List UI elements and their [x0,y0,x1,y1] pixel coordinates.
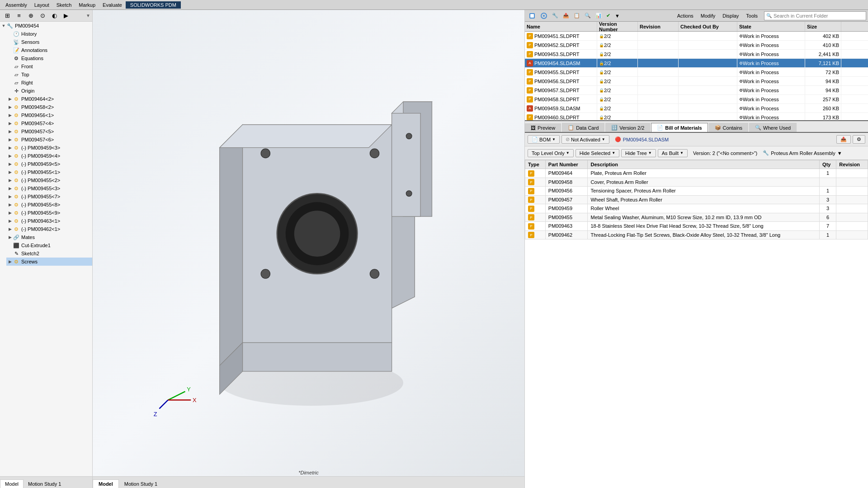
tree-tool-1[interactable]: ⊞ [2,10,13,21]
tree-tool-6[interactable]: ▶ [61,10,71,21]
pdm-icon-8[interactable]: ✔ [604,12,612,19]
tab-contains[interactable]: 📦 Contains [709,123,748,132]
not-activated-btn[interactable]: ⊘ Not Activated ▼ [561,135,609,144]
search-input[interactable] [774,13,864,19]
tree-cut-extrude[interactable]: ⬛ Cut-Extrude1 [6,241,92,249]
tree-tool-3[interactable]: ⊕ [25,10,36,21]
tree-pm455-7[interactable]: ▶ ⚙ (-) PM009455<7> [6,192,92,201]
bom-btn[interactable]: 📄 BOM ▼ [528,135,560,144]
pdm-icon-1[interactable] [527,12,538,20]
tree-origin[interactable]: ✛ Origin [6,87,92,95]
file-row[interactable]: PPM009460.SLDPRT 🔒 2/2 ⚙ Work in Process… [525,113,868,121]
tree-pm464-2[interactable]: ▶ ⚙ PM009464<2> [6,95,92,103]
view-tab-motion[interactable]: Motion Study 1 [119,480,163,488]
tree-top[interactable]: ▱ Top [6,70,92,79]
pdm-menu-modify[interactable]: Modify [698,13,718,19]
tree-pm456-1[interactable]: ▶ ⚙ PM009456<1> [6,111,92,119]
tree-pm455-3[interactable]: ▶ ⚙ (-) PM009455<3> [6,184,92,192]
tree-root[interactable]: ▼ 🔧 PM009454 [0,22,92,30]
bom-row[interactable]: P PM009463 18-8 Stainless Steel Hex Driv… [525,222,868,231]
top-level-btn[interactable]: Top Level Only ▼ [528,149,574,157]
pdm-icon-6[interactable]: 🔍 [583,12,593,19]
bom-cell-qty: 1 [820,187,836,196]
hide-tree-btn[interactable]: Hide Tree ▼ [621,149,656,157]
tree-sketch2[interactable]: ✎ Sketch2 [6,249,92,258]
tab-motion[interactable]: Motion Study 1 [24,480,66,488]
file-row[interactable]: PPM009451.SLDPRT 🔒 2/2 ⚙ Work in Process… [525,32,868,41]
tab-version[interactable]: 🔢 Version 2/2 [605,123,650,132]
menu-markup[interactable]: Markup [75,1,99,9]
tree-pm458-2[interactable]: ▶ ⚙ PM009458<2> [6,103,92,111]
tab-bom[interactable]: 📄 Bill of Materials [651,123,708,132]
file-row-selected[interactable]: APM009454.SLDASM 🔒 2/2 ⚙ Work in Process… [525,59,868,68]
file-row[interactable]: PPM009457.SLDPRT 🔒 2/2 ⚙ Work in Process… [525,86,868,95]
menu-solidworks-pdm[interactable]: SOLIDWORKS PDM [126,1,181,9]
tree-pm455-2[interactable]: ▶ ⚙ (-) PM009455<2> [6,176,92,184]
menu-sketch[interactable]: Sketch [53,1,75,9]
bom-row[interactable]: P PM009462 Thread-Locking Flat-Tip Set S… [525,230,868,239]
tree-mates[interactable]: ▶ 🔗 Mates [6,233,92,241]
as-built-btn[interactable]: As Built ▼ [658,149,688,157]
tree-history[interactable]: 🕐 History [6,30,92,38]
view-tab-model[interactable]: Model [93,479,119,488]
tree-screws[interactable]: ▶ ⚙ Screws [6,258,92,266]
menu-layout[interactable]: Layout [31,1,53,9]
tree-tool-2[interactable]: ≡ [14,10,24,21]
pdm-icon-3[interactable]: 🔧 [550,12,560,19]
tab-datacard[interactable]: 📋 Data Card [562,123,604,132]
tree-filter-icon[interactable]: ▼ [86,13,90,18]
file-row[interactable]: APM009459.SLDASM 🔒 2/2 ⚙ Work in Process… [525,104,868,113]
bom-row[interactable]: P PM009456 Tensioning Spacer, Proteus Ar… [525,187,868,196]
tree-pm459-3[interactable]: ▶ ⚙ (-) PM009459<3> [6,144,92,152]
tree-pm457-6[interactable]: ▶ ⚙ PM009457<6> [6,136,92,144]
tree-right[interactable]: ▱ Right [6,79,92,87]
bom-row[interactable]: P PM009459 Roller Wheel 3 [525,204,868,213]
tree-pm455-1[interactable]: ▶ ⚙ (-) PM009455<1> [6,168,92,176]
pdm-icon-7[interactable]: 📊 [594,12,604,19]
tree-pm457-4[interactable]: ▶ ⚙ PM009457<4> [6,119,92,127]
tree-pm463-1[interactable]: ▶ ⚙ (-) PM009463<1> [6,217,92,225]
tab-whereused[interactable]: 🔍 Where Used [749,123,797,132]
bom-row[interactable]: P PM009458 Cover, Proteus Arm Roller [525,178,868,187]
tree-tool-4[interactable]: ⊙ [37,10,48,21]
tree-tool-5[interactable]: ◐ [49,10,60,21]
tree-front[interactable]: ▱ Front [6,62,92,70]
bom-col-type: Type [525,160,546,169]
tree-pm455-8[interactable]: ▶ ⚙ (-) PM009455<8> [6,201,92,209]
tree-pm459-4[interactable]: ▶ ⚙ (-) PM009459<4> [6,152,92,160]
menu-assembly[interactable]: Assembly [2,1,31,9]
file-row[interactable]: PPM009452.SLDPRT 🔒 2/2 ⚙ Work in Process… [525,41,868,50]
bom-row[interactable]: P PM009457 Wheel Shaft, Proteus Arm Roll… [525,195,868,204]
hide-selected-btn[interactable]: Hide Selected ▼ [576,149,619,157]
bom-assembly-info: 🔧 Proteus Arm Roller Assembly ▼ [763,150,842,156]
file-row[interactable]: PPM009458.SLDPRT 🔒 2/2 ⚙ Work in Process… [525,95,868,104]
tree-annotations[interactable]: 📝 Annotations [6,46,92,54]
3d-view-area[interactable]: Y X Z *Dimetric Model Motion Study 1 [93,10,524,488]
tree-equations[interactable]: ⚙ Equations [6,54,92,62]
tree-pm459-5[interactable]: ▶ ⚙ (-) PM009459<5> [6,160,92,168]
menu-evaluate[interactable]: Evaluate [99,1,126,9]
bom-row[interactable]: P PM009464 Plate, Proteus Arm Roller 1 [525,169,868,178]
bom-export-btn[interactable]: 📤 [836,135,851,144]
root-expander[interactable]: ▼ [1,23,6,28]
tree-pm462-1[interactable]: ▶ ⚙ (-) PM009462<1> [6,225,92,233]
pdm-icon-9[interactable]: ▼ [613,13,622,19]
tree-pm457-5[interactable]: ▶ ⚙ PM009457<5> [6,127,92,136]
tree-sensors[interactable]: 📡 Sensors [6,38,92,46]
pdm-icon-2[interactable] [538,12,549,20]
tab-model[interactable]: Model [0,479,24,488]
search-box[interactable]: 🔍 [764,11,866,20]
bom-row[interactable]: P PM009455 Metal Sealing Washer, Aluminu… [525,213,868,222]
bom-settings-btn[interactable]: ⚙ [853,135,865,144]
tree-pm455-9[interactable]: ▶ ⚙ (-) PM009455<9> [6,209,92,217]
file-row[interactable]: PPM009456.SLDPRT 🔒 2/2 ⚙ Work in Process… [525,77,868,86]
pdm-menu-actions[interactable]: Actions [675,13,696,19]
pdm-icon-5[interactable]: 📋 [572,12,582,19]
bom-cell-rev [836,222,868,231]
pdm-icon-4[interactable]: 📤 [561,12,571,19]
file-row[interactable]: PPM009455.SLDPRT 🔒 2/2 ⚙ Work in Process… [525,68,868,77]
tab-preview[interactable]: 🖼 Preview [525,123,561,132]
file-row[interactable]: PPM009453.SLDPRT 🔒 2/2 ⚙ Work in Process… [525,50,868,59]
pdm-menu-tools[interactable]: Tools [743,13,760,19]
pdm-menu-display[interactable]: Display [720,13,741,19]
